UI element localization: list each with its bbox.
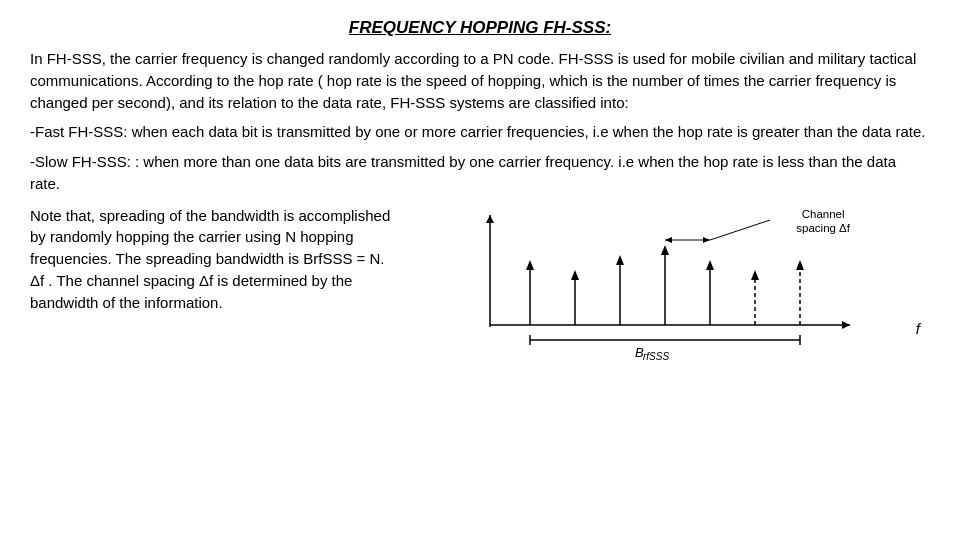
- bottom-section: Note that, spreading of the bandwidth is…: [30, 205, 930, 365]
- svg-marker-20: [703, 237, 710, 243]
- svg-marker-13: [706, 260, 714, 270]
- svg-line-21: [710, 220, 770, 240]
- diagram-area: Channelspacing Δf: [420, 205, 930, 365]
- paragraph-4: Note that, spreading of the bandwidth is…: [30, 205, 400, 314]
- svg-marker-7: [571, 270, 579, 280]
- paragraph-3: -Slow FH-SSS: : when more than one data …: [30, 151, 930, 195]
- svg-marker-11: [661, 245, 669, 255]
- paragraph-1: In FH-SSS, the carrier frequency is chan…: [30, 48, 930, 113]
- svg-marker-1: [842, 321, 850, 329]
- frequency-diagram: B rfSSS: [420, 205, 930, 365]
- svg-text:rfSSS: rfSSS: [643, 351, 669, 362]
- paragraph-2: -Fast FH-SSS: when each data bit is tran…: [30, 121, 930, 143]
- svg-marker-19: [665, 237, 672, 243]
- svg-marker-3: [486, 215, 494, 223]
- f-axis-label: f: [916, 320, 920, 337]
- page-title: FREQUENCY HOPPING FH-SSS:: [30, 18, 930, 38]
- svg-marker-5: [526, 260, 534, 270]
- svg-marker-15: [751, 270, 759, 280]
- svg-marker-17: [796, 260, 804, 270]
- channel-spacing-label: Channelspacing Δf: [796, 207, 850, 237]
- page: FREQUENCY HOPPING FH-SSS: In FH-SSS, the…: [0, 0, 960, 540]
- svg-marker-9: [616, 255, 624, 265]
